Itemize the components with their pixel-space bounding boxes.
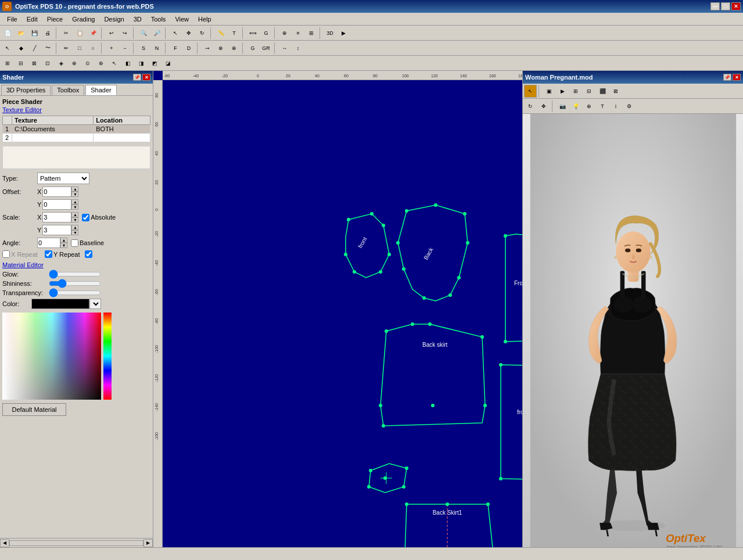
mt2-camera[interactable]: 📷	[556, 100, 569, 113]
tb-undo[interactable]: ↩	[105, 27, 118, 40]
tb3-10[interactable]: ◧	[121, 57, 134, 70]
tb-zoom-in[interactable]: 🔍	[137, 27, 150, 40]
scale-y-up[interactable]: ▲	[71, 225, 78, 230]
tb2-merge[interactable]: ⊗	[214, 42, 227, 55]
small-piece[interactable]	[367, 464, 408, 493]
offset-x-input[interactable]: 0	[42, 186, 71, 197]
y-repeat-checkbox[interactable]	[45, 250, 52, 258]
tb-align[interactable]: ≡	[292, 27, 304, 40]
tb-distribute[interactable]: ⊞	[305, 27, 318, 40]
mt2-info[interactable]: i	[609, 100, 622, 113]
color-hue-bar[interactable]	[103, 313, 112, 400]
scroll-right-btn[interactable]: ▶	[143, 539, 153, 547]
mt1-texture[interactable]: ⊠	[609, 85, 622, 98]
tb3-2[interactable]: ⊟	[15, 57, 27, 70]
tb-3dview[interactable]: 3D	[324, 27, 336, 40]
row-location-2[interactable]	[94, 134, 150, 142]
color-picker[interactable]	[2, 313, 114, 401]
angle-up[interactable]: ▲	[60, 238, 67, 243]
menu-piece[interactable]: Piece	[42, 15, 68, 24]
tb2-rect[interactable]: □	[73, 42, 86, 55]
tb2-node[interactable]: ◆	[15, 42, 27, 55]
mt1-select[interactable]: ↖	[524, 85, 537, 98]
model-3d-view[interactable]: OptiTex Next Generation 3D/2D CAD	[523, 114, 743, 547]
angle-input[interactable]: 0	[37, 238, 60, 248]
mt2-light[interactable]: 💡	[569, 100, 582, 113]
tb2-fold[interactable]: F	[169, 42, 182, 55]
mt1-frame[interactable]: ⊞	[569, 85, 582, 98]
y-repeat-extra-checkbox[interactable]	[85, 250, 92, 258]
model-pin-button[interactable]: 📌	[723, 74, 731, 81]
tab-3d-properties[interactable]: 3D Properties	[1, 85, 51, 95]
tb-sim[interactable]: ▶	[337, 27, 350, 40]
tb-mirror[interactable]: ⟺	[246, 27, 259, 40]
mt2-text[interactable]: T	[596, 100, 609, 113]
scale-x-up[interactable]: ▲	[71, 212, 78, 217]
absolute-checkbox[interactable]	[82, 214, 89, 221]
shader-close-button[interactable]: ✕	[142, 74, 150, 81]
tb-snap[interactable]: ⊕	[278, 27, 291, 40]
tb2-flipv[interactable]: ↕	[292, 42, 304, 55]
x-repeat-checkbox[interactable]	[2, 250, 10, 258]
tb2-seam[interactable]: S	[137, 42, 150, 55]
tb3-12[interactable]: ◩	[148, 57, 161, 70]
glow-slider[interactable]	[49, 271, 101, 278]
tb2-notch[interactable]: N	[150, 42, 163, 55]
material-editor-link[interactable]: Material Editor	[2, 261, 150, 268]
color-gradient-area[interactable]	[2, 313, 101, 400]
texture-row-1[interactable]: 1 C:\Documents BOTH	[3, 125, 150, 134]
tb-measure[interactable]: 📏	[214, 27, 227, 40]
model-close-button[interactable]: ✕	[733, 74, 741, 81]
scroll-left-btn[interactable]: ◀	[0, 539, 9, 547]
tb2-pointer[interactable]: ↖	[1, 42, 14, 55]
menu-edit[interactable]: Edit	[22, 15, 42, 24]
offset-y-up[interactable]: ▲	[71, 199, 78, 204]
tb-move[interactable]: ✥	[182, 27, 195, 40]
tb3-11[interactable]: ◨	[135, 57, 148, 70]
left-panel-horizontal-scrollbar[interactable]: ◀ ▶	[0, 538, 153, 547]
mt1-front[interactable]: ▣	[543, 85, 555, 98]
tb-new[interactable]: 📄	[1, 27, 14, 40]
tb-rotate[interactable]: ↻	[196, 27, 209, 40]
front-skirt-piece[interactable]: Front skirt	[502, 234, 522, 344]
menu-3d[interactable]: 3D	[129, 15, 146, 24]
tb2-splice[interactable]: ⊸	[201, 42, 214, 55]
tb3-6[interactable]: ⊕	[68, 57, 81, 70]
baseline-checkbox[interactable]	[71, 239, 78, 247]
menu-tools[interactable]: Tools	[146, 15, 171, 24]
tb2-flip[interactable]: ↔	[278, 42, 291, 55]
tb2-grade2[interactable]: G	[246, 42, 259, 55]
tb3-8[interactable]: ⊛	[95, 57, 107, 70]
tb2-add[interactable]: +	[105, 42, 118, 55]
texture-row-2[interactable]: 2	[3, 134, 150, 142]
tb2-line[interactable]: ╱	[28, 42, 41, 55]
tb2-dart[interactable]: D	[182, 42, 195, 55]
mt2-settings[interactable]: ⚙	[623, 100, 636, 113]
tb3-4[interactable]: ⊡	[41, 57, 54, 70]
default-material-button[interactable]: Default Material	[2, 403, 66, 416]
back-skirt1-piece[interactable]: Back Skirt1	[402, 502, 498, 547]
back-bodice-piece[interactable]: Back	[383, 203, 476, 321]
tb-redo[interactable]: ↪	[119, 27, 131, 40]
mt2-rotate[interactable]: ↻	[524, 100, 537, 113]
tb-save[interactable]: 💾	[28, 27, 41, 40]
tb3-7[interactable]: ⊙	[81, 57, 94, 70]
menu-design[interactable]: Design	[99, 15, 128, 24]
front-skirt1-piece[interactable]: front_skirt1	[499, 363, 522, 482]
color-swatch[interactable]	[31, 299, 89, 309]
tab-shader[interactable]: Shader	[85, 85, 116, 95]
offset-x-down[interactable]: ▼	[71, 192, 78, 197]
tb-open[interactable]: 📂	[15, 27, 27, 40]
mt1-solid[interactable]: ⬛	[596, 85, 609, 98]
tb-print[interactable]: 🖨	[41, 27, 54, 40]
tb2-graderule[interactable]: GR	[260, 42, 272, 55]
menu-grading[interactable]: Grading	[67, 15, 99, 24]
tb3-5[interactable]: ◈	[55, 57, 67, 70]
tb-copy[interactable]: 📋	[73, 27, 86, 40]
tb2-circle[interactable]: ○	[87, 42, 99, 55]
minimize-button[interactable]: —	[710, 2, 720, 10]
offset-y-down[interactable]: ▼	[71, 204, 78, 210]
tb-zoom-out[interactable]: 🔎	[150, 27, 163, 40]
shader-pin-button[interactable]: 📌	[133, 74, 141, 81]
mt2-view1[interactable]: ⊕	[583, 100, 595, 113]
